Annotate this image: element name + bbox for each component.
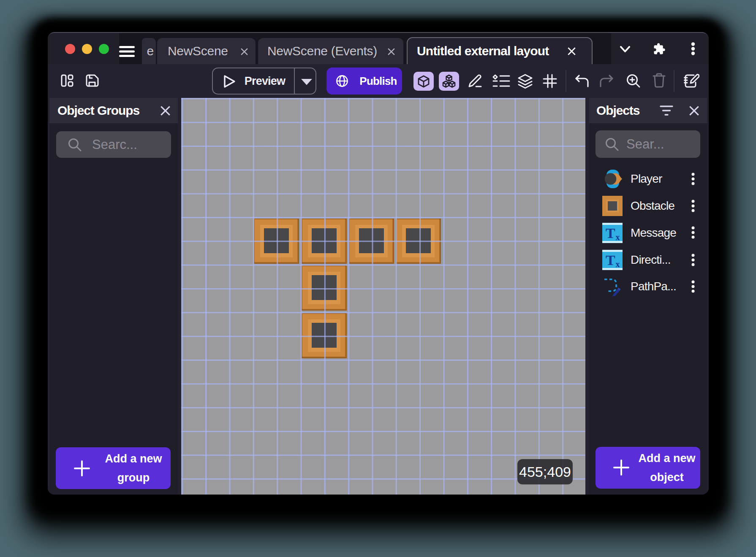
svg-text:x: x xyxy=(615,233,620,242)
svg-text:T: T xyxy=(606,252,615,268)
svg-text:x: x xyxy=(615,260,620,269)
svg-text:T: T xyxy=(606,225,615,241)
